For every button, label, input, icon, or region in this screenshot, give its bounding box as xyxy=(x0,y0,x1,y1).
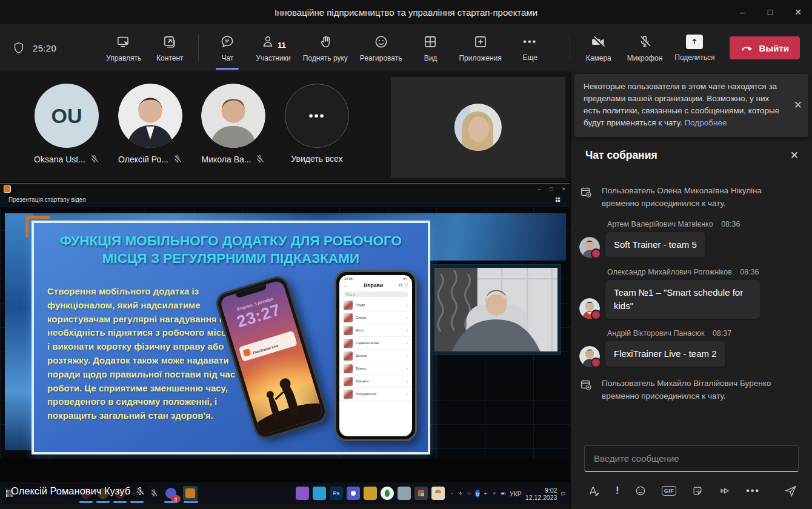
camera-off-icon xyxy=(591,34,607,50)
raise-hand-button[interactable]: Поднять руку xyxy=(297,24,354,72)
emoji-icon[interactable] xyxy=(634,485,647,497)
manage-button[interactable]: Управлять xyxy=(100,24,147,72)
content-button[interactable]: Контент xyxy=(147,24,192,72)
notification-app-icon xyxy=(243,348,251,357)
smiley-icon xyxy=(373,34,389,50)
message-input[interactable] xyxy=(593,453,790,464)
format-icon[interactable] xyxy=(588,485,601,497)
taskbar-teams-icon[interactable]: 8 xyxy=(164,486,178,501)
participant-tile[interactable]: Микола Ва... xyxy=(194,84,273,164)
share-up-icon xyxy=(686,35,703,49)
chat-bubble-icon xyxy=(219,34,235,50)
taskbar-time: 9:02 xyxy=(545,487,557,494)
close-button[interactable]: ✕ xyxy=(784,0,812,24)
apps-button[interactable]: Приложения xyxy=(453,24,507,72)
exercise-row: Ноги› xyxy=(339,324,412,337)
mic-off-icon xyxy=(255,154,265,164)
slide-title: ФУНКЦІЯ МОБІЛЬНОГО ДОДАТКУ ДЛЯ РОБОЧОГО … xyxy=(45,233,417,268)
title-bar: Інноваційне підприємництво та управління… xyxy=(0,0,812,24)
chat-panel: Некоторые пользователи в этом чате наход… xyxy=(570,72,812,509)
message-author: Олександр Михайлович Рогожніков xyxy=(607,268,732,276)
notification-center-icon[interactable] xyxy=(561,490,566,498)
tray-network-icon[interactable] xyxy=(492,490,497,497)
ellipsis-icon: ••• xyxy=(285,84,349,148)
camera-button[interactable]: Камера xyxy=(576,24,621,72)
tray-browser-icon[interactable]: e xyxy=(475,490,480,497)
vscode-icon[interactable] xyxy=(313,487,326,500)
tray-mic-icon[interactable] xyxy=(458,490,463,497)
shield-icon xyxy=(12,41,25,55)
media-app-icon xyxy=(4,185,11,193)
more-button[interactable]: ••• Еще xyxy=(508,24,553,72)
see-all-label: Увидеть всех xyxy=(291,154,342,164)
exercise-row: Трицепс› xyxy=(339,375,412,388)
participants-count: 11 xyxy=(278,41,286,50)
chat-close-icon[interactable]: ✕ xyxy=(790,149,799,162)
shared-screen: – □ ✕ Презентація стартапу відео ФУНКЦІЯ… xyxy=(0,182,570,482)
media-maximize-button[interactable]: □ xyxy=(550,186,553,192)
minimize-button[interactable]: – xyxy=(728,0,756,24)
maximize-button[interactable]: □ xyxy=(756,0,784,24)
external-users-banner: Некоторые пользователи в этом чате наход… xyxy=(574,74,808,137)
hidden-icons-chevron[interactable] xyxy=(450,490,454,497)
mic-button[interactable]: Микрофон xyxy=(621,24,668,72)
leaf-app-icon[interactable] xyxy=(381,487,394,500)
message-input-box[interactable] xyxy=(584,445,799,472)
photoshop-icon[interactable]: Ps xyxy=(330,487,343,500)
compose-more-icon[interactable]: ••• xyxy=(746,484,760,498)
tray-gear-icon[interactable] xyxy=(467,490,471,497)
react-button[interactable]: Реагировать xyxy=(354,24,408,72)
bottom-strip xyxy=(0,504,570,509)
leave-button[interactable]: Выйти xyxy=(730,36,800,59)
media-close-button[interactable]: ✕ xyxy=(561,186,566,192)
exercise-row: Дельти› xyxy=(339,350,412,362)
tab-participants[interactable]: 11 Участники xyxy=(250,24,296,72)
palette-app-icon[interactable] xyxy=(414,487,428,500)
media-minimize-button[interactable]: – xyxy=(538,186,541,192)
tools-app-icon[interactable] xyxy=(364,487,377,500)
windows-taskbar: 8 Ps xyxy=(0,482,570,505)
sticker-icon[interactable] xyxy=(691,485,704,497)
taskbar-clock[interactable]: 9:02 12.12.2023 xyxy=(525,487,557,501)
plus-square-icon xyxy=(473,34,488,50)
language-indicator[interactable]: УКР xyxy=(510,490,522,497)
participant-tile[interactable]: OU Oksana Ust... xyxy=(27,84,106,164)
participant-name: Oksana Ust... xyxy=(34,155,85,164)
taskbar-media-player-icon[interactable] xyxy=(183,486,198,501)
monitor-app-icon[interactable] xyxy=(398,487,411,500)
participant-video-tile[interactable] xyxy=(391,77,565,178)
phone-app-title: Вправи xyxy=(350,282,396,288)
meeting-info[interactable]: 25:20 xyxy=(12,41,56,55)
stream-icon[interactable] xyxy=(719,485,731,497)
avatar-app-icon[interactable] xyxy=(431,487,445,500)
teams-pinned-icon[interactable] xyxy=(347,487,360,500)
priority-icon[interactable]: ! xyxy=(616,485,619,497)
taskbar-date: 12.12.2023 xyxy=(525,494,557,501)
mic-off-icon xyxy=(637,34,653,50)
message-bubble: FlexiTrainer Live - team 2 xyxy=(605,341,725,367)
tray-battery-icon[interactable] xyxy=(501,490,506,497)
participants-strip: OU Oksana Ust... xyxy=(0,72,570,182)
user-joined-icon xyxy=(579,185,593,199)
chat-panel-header: Чат собрания ✕ xyxy=(585,149,799,162)
learn-more-link[interactable]: Подробнее xyxy=(684,118,727,127)
banner-close-icon[interactable]: ✕ xyxy=(794,99,802,111)
gif-icon[interactable]: GIF xyxy=(662,486,677,496)
monitor-cursor-icon xyxy=(116,34,131,50)
back-arrow-icon: ← xyxy=(344,284,348,288)
message-bubble: Soft Trainer - team 5 xyxy=(605,232,705,258)
share-button[interactable]: Поделиться xyxy=(668,24,720,72)
tray-speaker-icon[interactable] xyxy=(484,490,488,497)
share-content-icon xyxy=(162,34,178,50)
visual-studio-icon[interactable] xyxy=(296,487,309,500)
presenter-name: Олексій Романович Кузуб xyxy=(11,485,130,497)
participant-tile[interactable]: Олексій Ро... xyxy=(111,84,190,164)
mic-off-icon xyxy=(172,154,182,164)
expand-icon[interactable] xyxy=(554,196,561,203)
see-all-tile[interactable]: ••• Увидеть всех xyxy=(278,84,356,164)
video-area: ФУНКЦІЯ МОБІЛЬНОГО ДОДАТКУ ДЛЯ РОБОЧОГО … xyxy=(0,206,570,459)
send-icon[interactable] xyxy=(784,484,797,497)
view-button[interactable]: Вид xyxy=(408,24,453,72)
tab-chat[interactable]: Чат xyxy=(205,24,250,72)
chat-message: Андрій Вікторович Панасюк 08:37 FlexiTra… xyxy=(579,329,805,367)
